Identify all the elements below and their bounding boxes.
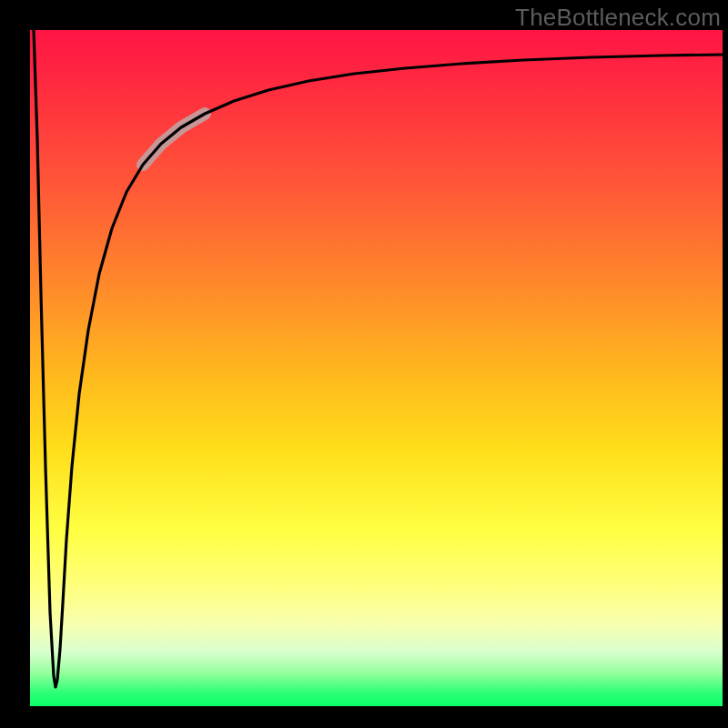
axis-mask <box>0 706 728 728</box>
watermark-label: TheBottleneck.com <box>515 4 721 32</box>
chart-stage: TheBottleneck.com <box>0 0 728 728</box>
curve-highlight-icon <box>143 114 205 165</box>
bottleneck-curve-icon <box>34 30 723 687</box>
curve-layer <box>30 30 723 706</box>
